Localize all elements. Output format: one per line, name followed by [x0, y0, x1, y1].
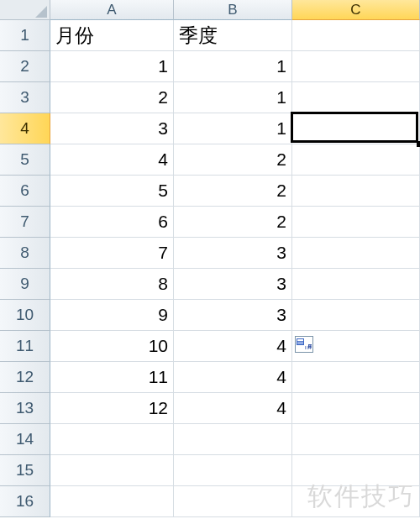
row-header-16[interactable]: 16 [0, 486, 50, 517]
column-header-C[interactable]: C [292, 0, 420, 20]
select-all-corner[interactable] [0, 0, 50, 20]
row-header-2[interactable]: 2 [0, 51, 50, 82]
row-header-5[interactable]: 5 [0, 144, 50, 176]
cell-C1[interactable] [292, 20, 420, 51]
column-header-B[interactable]: B [174, 0, 292, 20]
cell-B9[interactable]: 3 [174, 269, 292, 300]
cell-C7[interactable] [292, 207, 420, 238]
column-header-A[interactable]: A [50, 0, 174, 20]
cell-B10[interactable]: 3 [174, 300, 292, 331]
row-header-11[interactable]: 11 [0, 331, 50, 362]
cell-A5[interactable]: 4 [50, 144, 174, 176]
cell-C10[interactable] [292, 300, 420, 331]
cell-A8[interactable]: 7 [50, 238, 174, 269]
cell-B2[interactable]: 1 [174, 51, 292, 82]
cell-B14[interactable] [174, 424, 292, 455]
cell-B1[interactable]: 季度 [174, 20, 292, 51]
cell-B13[interactable]: 4 [174, 393, 292, 424]
cell-A2[interactable]: 1 [50, 51, 174, 82]
row-header-3[interactable]: 3 [0, 82, 50, 113]
cell-B6[interactable]: 2 [174, 176, 292, 207]
cell-C6[interactable] [292, 176, 420, 207]
cell-A4[interactable]: 3 [50, 113, 174, 144]
cell-C15[interactable] [292, 455, 420, 486]
cell-A10[interactable]: 9 [50, 300, 174, 331]
cell-A14[interactable] [50, 424, 174, 455]
cell-C13[interactable] [292, 393, 420, 424]
cell-B15[interactable] [174, 455, 292, 486]
cell-C4[interactable] [292, 113, 420, 144]
cell-C5[interactable] [292, 144, 420, 176]
cell-C8[interactable] [292, 238, 420, 269]
cell-C9[interactable] [292, 269, 420, 300]
cell-C12[interactable] [292, 362, 420, 393]
cell-A3[interactable]: 2 [50, 82, 174, 113]
cell-C16[interactable] [292, 486, 420, 517]
row-header-7[interactable]: 7 [0, 207, 50, 238]
cell-A12[interactable]: 11 [50, 362, 174, 393]
cell-A7[interactable]: 6 [50, 207, 174, 238]
spreadsheet-grid[interactable]: ABC 12345678910111213141516 月份季度11213142… [0, 0, 420, 519]
cell-A9[interactable]: 8 [50, 269, 174, 300]
cell-B16[interactable] [174, 486, 292, 517]
cell-B7[interactable]: 2 [174, 207, 292, 238]
cell-B3[interactable]: 1 [174, 82, 292, 113]
row-header-10[interactable]: 10 [0, 300, 50, 331]
row-header-15[interactable]: 15 [0, 455, 50, 486]
svg-rect-2 [297, 339, 303, 341]
cell-A13[interactable]: 12 [50, 393, 174, 424]
cell-B11[interactable]: 4 [174, 331, 292, 362]
svg-marker-0 [35, 6, 47, 18]
row-header-8[interactable]: 8 [0, 238, 50, 269]
cell-A1[interactable]: 月份 [50, 20, 174, 51]
row-header-12[interactable]: 12 [0, 362, 50, 393]
cell-C2[interactable] [292, 51, 420, 82]
row-header-6[interactable]: 6 [0, 176, 50, 207]
row-header-13[interactable]: 13 [0, 393, 50, 424]
row-header-4[interactable]: 4 [0, 113, 50, 144]
cell-C3[interactable] [292, 82, 420, 113]
cell-B8[interactable]: 3 [174, 238, 292, 269]
autofill-options-button[interactable] [295, 336, 313, 353]
cell-C14[interactable] [292, 424, 420, 455]
autofill-options-icon [297, 338, 312, 350]
cell-A16[interactable] [50, 486, 174, 517]
cell-A6[interactable]: 5 [50, 176, 174, 207]
cell-A11[interactable]: 10 [50, 331, 174, 362]
row-header-14[interactable]: 14 [0, 424, 50, 455]
cell-B5[interactable]: 2 [174, 144, 292, 176]
cell-B4[interactable]: 1 [174, 113, 292, 144]
cell-A15[interactable] [50, 455, 174, 486]
row-header-1[interactable]: 1 [0, 20, 50, 51]
select-all-triangle-icon [35, 6, 47, 18]
cell-B12[interactable]: 4 [174, 362, 292, 393]
svg-rect-3 [297, 342, 303, 344]
row-header-9[interactable]: 9 [0, 269, 50, 300]
